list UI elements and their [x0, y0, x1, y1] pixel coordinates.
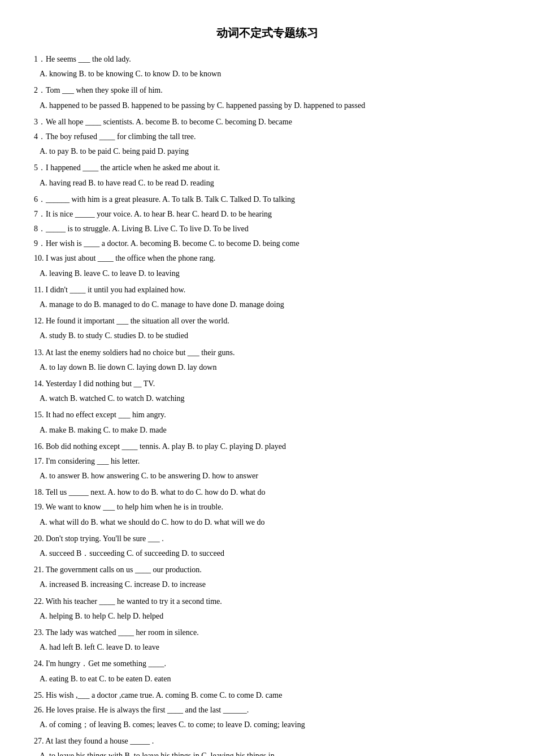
question-text: 24. I'm hungry．Get me something ____.: [34, 656, 500, 671]
question-text: 13. At last the enemy soldiers had no ch…: [34, 345, 500, 360]
options-line: A. to lay down B. lie down C. laying dow…: [34, 360, 500, 374]
question-text: 5．I happened ____ the article when he as…: [34, 161, 500, 175]
options-line: A. make B. making C. to make D. made: [34, 423, 500, 437]
page-title: 动词不定式专题练习: [34, 23, 500, 43]
options-line: A. manage to do B. managed to do C. mana…: [34, 297, 500, 312]
question-text: 20. Don't stop trying. You'll be sure __…: [34, 532, 500, 546]
question-text: 26. He loves praise. He is always the fi…: [34, 703, 500, 717]
options-line: A. knowing B. to be knowing C. to know D…: [34, 67, 500, 81]
options-line: A. study B. to study C. studies D. to be…: [34, 329, 500, 343]
question-text: 12. He found it important ___ the situat…: [34, 314, 500, 328]
options-line: A. leaving B. leave C. to leave D. to le…: [34, 266, 500, 280]
options-line: A. to pay B. to be paid C. being paid D.…: [34, 144, 500, 158]
question-text: 19. We want to know ___ to help him when…: [34, 500, 500, 514]
question-text: 9．Her wish is ____ a doctor. A. becoming…: [34, 236, 500, 250]
question-text: 16. Bob did nothing except ____ tennis. …: [34, 439, 500, 453]
options-line: A. increased B. increasing C. increase D…: [34, 577, 500, 591]
question-text: 27. At last they found a house _____ .: [34, 734, 500, 748]
options-line: A. to leave his things with B. to leave …: [34, 749, 500, 756]
question-text: 10. I was just about ____ the office whe…: [34, 251, 500, 265]
question-text: 15. It had no effect except ___ him angr…: [34, 408, 500, 422]
question-text: 17. I'm considering ___ his letter.: [34, 454, 500, 468]
question-text: 3．We all hope ____ scientists. A. become…: [34, 115, 500, 129]
question-text: 8．_____ is to struggle. A. Living B. Liv…: [34, 222, 500, 236]
question-text: 18. Tell us _____ next. A. how to do B. …: [34, 485, 500, 499]
options-line: A. succeed B．succeeding C. of succeeding…: [34, 546, 500, 560]
options-line: A. what will do B. what we should do C. …: [34, 515, 500, 529]
question-text: 4．The boy refused ____ for climbing the …: [34, 129, 500, 144]
question-text: 25. His wish ,___ a doctor ,came true. A…: [34, 688, 500, 702]
question-text: 6．______ with him is a great pleasure. A…: [34, 192, 500, 206]
question-text: 14. Yesterday I did nothing but __ TV.: [34, 377, 500, 391]
question-text: 2．Tom ___ when they spoke ill of him.: [34, 83, 500, 97]
question-text: 1．He seems ___ the old lady.: [34, 52, 500, 66]
options-line: A. watch B. watched C. to watch D. watch…: [34, 391, 500, 405]
options-line: A. having read B. to have read C. to be …: [34, 176, 500, 190]
options-line: A. had left B. left C. leave D. to leave: [34, 640, 500, 654]
question-text: 21. The government calls on us ____ our …: [34, 563, 500, 577]
questions-container: 1．He seems ___ the old lady.A. knowing B…: [34, 52, 500, 756]
options-line: A. happened to be passed B. happened to …: [34, 98, 500, 113]
options-line: A. to answer B. how answering C. to be a…: [34, 469, 500, 483]
options-line: A. eating B. to eat C. to be eaten D. ea…: [34, 672, 500, 686]
question-text: 22. With his teacher ____ he wanted to t…: [34, 594, 500, 608]
question-text: 11. I didn't ____ it until you had expla…: [34, 283, 500, 297]
options-line: A. helping B. to help C. help D. helped: [34, 609, 500, 623]
question-text: 23. The lady was watched ____ her room i…: [34, 625, 500, 640]
options-line: A. of coming；of leaving B. comes; leaves…: [34, 718, 500, 732]
question-text: 7．It is nice _____ your voice. A. to hea…: [34, 207, 500, 221]
